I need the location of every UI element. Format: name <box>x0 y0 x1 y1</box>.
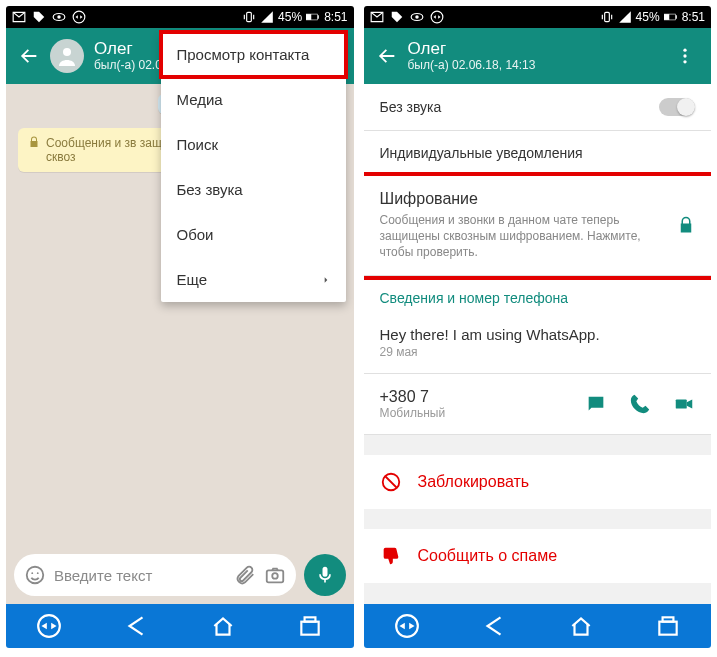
envelope-icon <box>12 10 26 24</box>
battery-icon <box>664 10 678 24</box>
input-placeholder: Введите текст <box>54 567 226 584</box>
signal-icon <box>260 10 274 24</box>
phone-left-screenshot: 45% 8:51 Олег был(-а) 02.06 15 И Сообщен… <box>6 6 354 648</box>
battery-icon <box>306 10 320 24</box>
message-input[interactable]: Введите текст <box>14 554 296 596</box>
menu-wallpaper[interactable]: Обои <box>161 212 346 257</box>
report-row[interactable]: Сообщить о спаме <box>364 529 712 583</box>
nav-recents-icon[interactable] <box>655 613 681 639</box>
svg-rect-29 <box>659 622 676 635</box>
back-icon[interactable] <box>376 45 398 67</box>
block-label: Заблокировать <box>418 473 530 491</box>
svg-point-23 <box>683 49 686 52</box>
nav-home-icon[interactable] <box>568 613 594 639</box>
menu-wallpaper-label: Обои <box>177 226 214 243</box>
section-about-label: Сведения и номер телефона <box>364 276 712 312</box>
nav-teamviewer-icon[interactable] <box>36 613 62 639</box>
phone-row: +380 7 Мобильный <box>364 374 712 435</box>
message-icon[interactable] <box>585 393 607 415</box>
svg-rect-11 <box>266 570 283 582</box>
teamviewer-icon <box>72 10 86 24</box>
clock-text: 8:51 <box>682 10 705 24</box>
mute-toggle[interactable] <box>659 98 695 116</box>
nav-teamviewer-icon[interactable] <box>394 613 420 639</box>
menu-more-label: Еще <box>177 271 208 288</box>
header-title-block: Олег был(-а) 02.06.18, 14:13 <box>408 40 672 72</box>
soft-nav-bar <box>364 604 712 648</box>
camera-icon[interactable] <box>264 564 286 586</box>
menu-more[interactable]: Еще <box>161 257 346 302</box>
svg-rect-30 <box>662 617 673 621</box>
svg-rect-19 <box>604 12 609 21</box>
mic-button[interactable] <box>304 554 346 596</box>
phone-type: Мобильный <box>380 406 446 420</box>
menu-mute[interactable]: Без звука <box>161 167 346 212</box>
mute-row[interactable]: Без звука <box>364 84 712 131</box>
menu-view-contact-label: Просмотр контакта <box>177 46 310 63</box>
svg-rect-5 <box>306 14 311 20</box>
about-text: Hey there! I am using WhatsApp. <box>380 326 696 343</box>
videocall-icon[interactable] <box>673 393 695 415</box>
menu-mute-label: Без звука <box>177 181 243 198</box>
lock-icon <box>677 216 695 234</box>
nav-back-icon[interactable] <box>123 613 149 639</box>
encryption-row[interactable]: Шифрование Сообщения и звонки в данном ч… <box>364 176 712 276</box>
menu-media-label: Медиа <box>177 91 223 108</box>
attach-icon[interactable] <box>234 564 256 586</box>
about-row[interactable]: Hey there! I am using WhatsApp. 29 мая <box>364 312 712 374</box>
nav-home-icon[interactable] <box>210 613 236 639</box>
svg-rect-26 <box>676 399 687 408</box>
individual-notifications-row[interactable]: Индивидуальные уведомления <box>364 131 712 176</box>
menu-media[interactable]: Медиа <box>161 77 346 122</box>
svg-point-8 <box>27 567 44 584</box>
status-bar: 45% 8:51 <box>6 6 354 28</box>
svg-rect-6 <box>318 15 319 19</box>
contact-info-header: Олег был(-а) 02.06.18, 14:13 <box>364 28 712 84</box>
eye-icon <box>52 10 66 24</box>
mute-label: Без звука <box>380 99 660 115</box>
block-icon <box>380 471 402 493</box>
svg-rect-15 <box>305 617 316 621</box>
menu-view-contact[interactable]: Просмотр контакта <box>161 32 346 77</box>
report-label: Сообщить о спаме <box>418 547 558 565</box>
envelope-icon <box>370 10 384 24</box>
block-row[interactable]: Заблокировать <box>364 455 712 509</box>
svg-point-10 <box>37 572 39 574</box>
svg-point-2 <box>73 11 85 23</box>
input-bar: Введите текст <box>6 548 354 604</box>
phone-right-screenshot: 45% 8:51 Олег был(-а) 02.06.18, 14:13 Бе… <box>364 6 712 648</box>
svg-point-9 <box>31 572 33 574</box>
chevron-right-icon <box>322 274 330 286</box>
menu-search[interactable]: Поиск <box>161 122 346 167</box>
lock-icon <box>28 136 40 148</box>
back-icon[interactable] <box>18 45 40 67</box>
svg-point-24 <box>683 54 686 57</box>
thumbs-down-icon <box>380 545 402 567</box>
nav-back-icon[interactable] <box>481 613 507 639</box>
call-icon[interactable] <box>629 393 651 415</box>
status-bar: 45% 8:51 <box>364 6 712 28</box>
clock-text: 8:51 <box>324 10 347 24</box>
last-seen: был(-а) 02.06.18, 14:13 <box>408 59 672 72</box>
svg-rect-22 <box>675 15 676 19</box>
nav-recents-icon[interactable] <box>297 613 323 639</box>
avatar[interactable] <box>50 39 84 73</box>
menu-search-label: Поиск <box>177 136 219 153</box>
svg-point-12 <box>272 573 278 579</box>
tag-icon <box>390 10 404 24</box>
signal-icon <box>618 10 632 24</box>
svg-point-7 <box>63 48 71 56</box>
svg-rect-3 <box>247 12 252 21</box>
vibrate-icon <box>242 10 256 24</box>
teamviewer-icon <box>430 10 444 24</box>
overflow-icon[interactable] <box>671 42 699 70</box>
svg-point-25 <box>683 60 686 63</box>
contact-name: Олег <box>408 40 672 59</box>
tag-icon <box>32 10 46 24</box>
phone-number: +380 7 <box>380 388 446 406</box>
eye-icon <box>410 10 424 24</box>
battery-percent: 45% <box>278 10 302 24</box>
individual-notifications-label: Индивидуальные уведомления <box>380 145 583 161</box>
emoji-icon[interactable] <box>24 564 46 586</box>
svg-rect-21 <box>664 14 669 20</box>
